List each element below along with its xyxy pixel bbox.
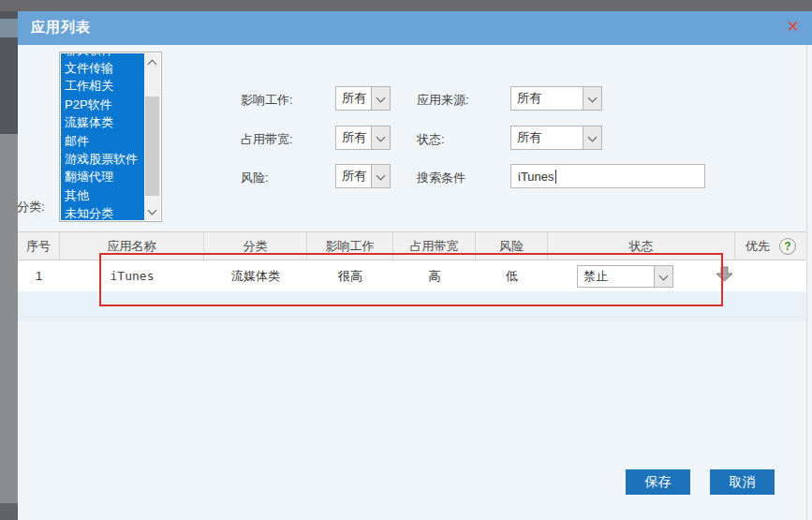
col-bandwidth: 占用带宽 [393,232,476,260]
screen: 应用列表 ✕ 聊天软件 文件传输 工作相关 P2P软件 流媒体类 邮件 游戏股票… [0,0,812,520]
cell-bandwidth: 高 [393,260,476,291]
source-select[interactable]: 所有 [510,86,602,111]
col-app-name: 应用名称 [60,232,204,260]
cell-category: 流媒体类 [204,260,307,291]
cell-impact: 很高 [307,260,393,291]
impact-label: 影响工作: [241,92,293,109]
list-item[interactable]: P2P软件 [61,96,145,113]
background-page-top-strip [0,0,812,11]
list-item[interactable]: 文件传输 [61,59,145,77]
save-button[interactable]: 保存 [626,469,690,495]
background-sidebar-top [0,11,18,134]
col-impact: 影响工作 [307,232,393,260]
background-page-left-strip [0,11,18,520]
cancel-button[interactable]: 取消 [710,469,775,495]
list-item[interactable]: 未知分类 [61,204,145,220]
chevron-down-icon [148,205,157,215]
search-input[interactable]: iTunes [510,164,705,188]
col-risk: 风险 [476,232,548,260]
cell-risk: 低 [476,260,548,291]
chevron-down-icon [583,126,601,149]
col-status: 状态 [548,232,735,260]
impact-select[interactable]: 所有 [335,86,391,111]
category-label: 分类: [17,199,45,215]
bandwidth-select[interactable]: 所有 [335,126,391,150]
list-item[interactable]: 流媒体类 [61,113,145,131]
risk-select[interactable]: 所有 [335,164,391,188]
source-label: 应用来源: [417,92,469,109]
background-page-bottom [0,503,18,520]
help-icon[interactable]: ? [779,238,796,255]
list-item[interactable]: 游戏股票软件 [61,150,145,168]
priority-down-arrow-icon[interactable] [716,266,733,282]
category-list-selection: 聊天软件 文件传输 工作相关 P2P软件 流媒体类 邮件 游戏股票软件 翻墙代理… [61,53,145,220]
list-item[interactable]: 邮件 [61,132,145,150]
chevron-down-icon [371,87,390,110]
row-status-select[interactable]: 禁止 [577,265,673,288]
search-label: 搜索条件 [417,170,465,186]
list-item[interactable]: 工作相关 [61,77,145,95]
category-listbox[interactable]: 聊天软件 文件传输 工作相关 P2P软件 流媒体类 邮件 游戏股票软件 翻墙代理… [59,52,162,222]
table-row: 1 iTunes 流媒体类 很高 高 低 [18,260,806,291]
chevron-up-icon [148,59,157,68]
background-page-right-strip [806,45,812,520]
table-empty-stripe-row [18,291,806,321]
bandwidth-label: 占用带宽: [241,131,293,148]
col-category: 分类 [204,232,307,260]
scroll-down-icon[interactable] [144,202,160,220]
chevron-down-icon [371,126,390,149]
chevron-down-icon [583,87,601,110]
risk-label: 风险: [241,170,269,186]
scrollbar-thumb[interactable] [145,97,159,196]
chevron-down-icon [654,266,672,287]
cell-index: 1 [18,260,60,291]
table-header: 序号 应用名称 分类 影响工作 占用带宽 风险 状态 优先 ? [18,231,806,260]
chevron-down-icon [371,165,390,187]
text-caret [555,170,556,184]
list-item[interactable]: 其他 [61,186,145,204]
status-filter-select[interactable]: 所有 [510,126,602,150]
cell-app-name: iTunes [60,260,204,291]
dialog-titlebar: 应用列表 ✕ [18,11,812,45]
background-sidebar-item [0,19,18,37]
close-icon[interactable]: ✕ [787,18,800,37]
col-priority: 优先 ? [735,232,806,260]
col-index: 序号 [18,232,60,260]
list-item[interactable]: 翻墙代理 [61,168,145,186]
listbox-scrollbar[interactable] [144,53,160,220]
dialog-title: 应用列表 [31,19,91,37]
status-filter-label: 状态: [417,131,445,148]
scroll-up-icon[interactable] [144,53,160,71]
